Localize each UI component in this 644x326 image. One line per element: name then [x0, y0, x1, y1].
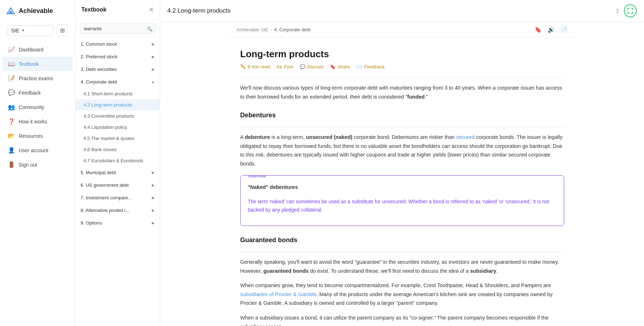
sidebar-item-dashboard[interactable]: 📈 Dashboard: [2, 42, 73, 56]
close-icon[interactable]: ✕: [149, 6, 154, 14]
practice-exams-icon: 📝: [8, 75, 15, 82]
toc-chapter-5-header[interactable]: 5. Municipal debt ▶: [76, 166, 160, 179]
toc-content: 1. Common stock ▶ 2. Preferred stock ▶ 3…: [76, 38, 160, 326]
audio-icon[interactable]: 🔊: [548, 26, 555, 33]
course-selector-value: SIE: [11, 28, 19, 33]
chevron-right-icon: ▶: [152, 221, 155, 225]
layers-button[interactable]: ⊞: [57, 24, 68, 36]
chevron-right-icon: ▶: [152, 55, 155, 59]
how-it-works-icon: ❓: [8, 118, 15, 125]
secured-link[interactable]: secured: [456, 134, 475, 140]
toc-chapter-2-label: 2. Preferred stock: [81, 54, 118, 59]
toc-chapter-2-header[interactable]: 2. Preferred stock ▶: [76, 50, 160, 63]
toc-chapter-1: 1. Common stock ▶: [76, 38, 160, 50]
fullscreen-icon: [627, 8, 633, 14]
pencil-icon: ✏️: [240, 64, 246, 69]
toc-chapter-6-header[interactable]: 6. US government debt ▶: [76, 179, 160, 191]
sidebar-item-label: Sign out: [19, 162, 37, 168]
sidebar-item-community[interactable]: 👥 Community: [2, 100, 73, 114]
toc-subitem-4-2[interactable]: 4.2 Long-term products: [76, 99, 160, 110]
sign-out-icon: 🚪: [8, 161, 15, 168]
sidebar-item-resources[interactable]: 📂 Resources: [2, 129, 73, 143]
sidebar-item-label: How it works: [19, 119, 47, 124]
user-account-icon: 👤: [8, 147, 15, 154]
discuss-icon: 💬: [300, 64, 305, 69]
sidebar-item-sign-out[interactable]: 🚪 Sign out: [2, 158, 73, 172]
course-selector-dropdown[interactable]: SIE ▼: [7, 25, 54, 36]
chevron-down-icon: ▼: [22, 28, 25, 32]
logo-area: Achievable: [0, 0, 75, 22]
sidebar-item-textbook[interactable]: 📖 Textbook: [2, 57, 73, 71]
toc-header: Textbook ✕: [76, 0, 160, 20]
share-label: Share: [337, 64, 350, 69]
toc-chapter-9: 9. Options ▶: [76, 217, 160, 229]
font-action[interactable]: Aa Font: [276, 64, 293, 69]
toc-chapter-7: 7. Investment compani... ▶: [76, 191, 160, 204]
breadcrumb: Achievable SIE › 4. Corporate debt: [237, 27, 311, 32]
toc-subitem-4-7[interactable]: 4.7 Eurodollars & Eurobonds: [76, 155, 160, 166]
toc-title: Textbook: [81, 6, 106, 13]
toc-subitem-4-6[interactable]: 4.6 Bank issues: [76, 144, 160, 155]
share-action[interactable]: 🔖 Share: [330, 64, 350, 69]
discuss-action[interactable]: 💬 Discuss: [300, 64, 324, 69]
resources-icon: 📂: [8, 132, 15, 139]
toc-chapter-4-header[interactable]: 4. Corporate debt ▲: [76, 76, 160, 88]
toc-chapter-8: 8. Alternative pooled i... ▶: [76, 204, 160, 217]
toc-chapter-9-label: 9. Options: [81, 220, 102, 226]
toc-chapter-8-label: 8. Alternative pooled i...: [81, 208, 129, 213]
debenture-bold: debenture: [245, 134, 270, 140]
section-divider-2: [240, 252, 564, 252]
textbook-icon: 📖: [8, 60, 15, 67]
document-icon[interactable]: 📄: [561, 26, 568, 33]
toc-chapter-3-label: 3. Debt securities: [81, 67, 117, 72]
toc-chapter-7-header[interactable]: 7. Investment compani... ▶: [76, 191, 160, 204]
article-title: Long-term products: [240, 49, 564, 60]
dark-mode-icon[interactable]: ☽: [614, 8, 619, 14]
toc-chapter-6: 6. US government debt ▶: [76, 179, 160, 191]
breadcrumb-current: 4. Corporate debt: [274, 27, 310, 32]
toc-chapter-9-header[interactable]: 9. Options ▶: [76, 217, 160, 229]
toc-chapter-1-label: 1. Common stock: [81, 41, 117, 47]
content-inner: Achievable SIE › 4. Corporate debt 🔖 🔊 📄…: [226, 22, 579, 326]
toc-subitem-4-5[interactable]: 4.5 The market & quotes: [76, 133, 160, 144]
sidebar: Achievable SIE ▼ ⊞ 📈 Dashboard 📖 Textboo…: [0, 0, 76, 326]
main-topbar: 4.2 Long-term products ☽: [160, 0, 644, 22]
article-meta: ✏️ 9 min read Aa Font 💬 Discuss 🔖 Share: [240, 64, 564, 69]
community-icon: 👥: [8, 104, 15, 110]
breadcrumb-parent[interactable]: Achievable SIE: [237, 27, 268, 32]
sidebar-item-practice-exams[interactable]: 📝 Practice exams: [2, 71, 73, 85]
chevron-down-icon: ▲: [151, 80, 155, 84]
toc-subitem-4-4[interactable]: 4.4 Liquidation policy: [76, 122, 160, 133]
breadcrumb-bar: Achievable SIE › 4. Corporate debt 🔖 🔊 📄: [226, 22, 579, 38]
toc-chapter-2: 2. Preferred stock ▶: [76, 50, 160, 63]
toc-chapter-3-header[interactable]: 3. Debt securities ▶: [76, 63, 160, 76]
sidebar-item-feedback[interactable]: 💬 Feedback: [2, 86, 73, 100]
search-input[interactable]: [80, 23, 155, 34]
toc-chapter-8-header[interactable]: 8. Alternative pooled i... ▶: [76, 204, 160, 217]
logo-text: Achievable: [19, 7, 53, 15]
chevron-right-icon: ▶: [152, 42, 155, 46]
sidebar-item-label: Feedback: [19, 90, 41, 96]
sidebar-item-user-account[interactable]: 👤 User account: [2, 143, 73, 157]
sidebar-item-label: Dashboard: [19, 47, 44, 53]
feedback-action[interactable]: ✉️ Feedback: [357, 64, 385, 69]
content-area: Achievable SIE › 4. Corporate debt 🔖 🔊 📄…: [160, 22, 644, 326]
toc-panel: Textbook ✕ 🔍 1. Common stock ▶ 2. Prefer…: [76, 0, 160, 326]
fullscreen-button[interactable]: [624, 4, 637, 17]
sidebar-item-label: Practice exams: [19, 76, 53, 81]
search-icon: 🔍: [147, 26, 153, 31]
font-label: Font: [284, 64, 293, 69]
subsidiaries-link[interactable]: subsidiaries of Procter & Gamble: [240, 291, 317, 297]
guaranteed-bonds-p3: When a subsidiary issues a bond, it can …: [240, 313, 564, 326]
chevron-right-icon: ▶: [152, 208, 155, 212]
feedback-icon: 💬: [8, 89, 15, 96]
sidenote-content: "Naked" debentures The term 'naked' can …: [241, 176, 564, 226]
toc-subitem-4-3[interactable]: 4.3 Convertible products: [76, 110, 160, 122]
toc-chapter-7-label: 7. Investment compani...: [81, 195, 132, 200]
bookmark-icon[interactable]: 🔖: [535, 26, 542, 33]
toc-search-area: 🔍: [76, 20, 160, 38]
section-divider: [240, 127, 564, 127]
toc-chapter-1-header[interactable]: 1. Common stock ▶: [76, 38, 160, 50]
toc-subitem-4-1[interactable]: 4.1 Short-term products: [76, 88, 160, 99]
sidebar-item-how-it-works[interactable]: ❓ How it works: [2, 114, 73, 128]
